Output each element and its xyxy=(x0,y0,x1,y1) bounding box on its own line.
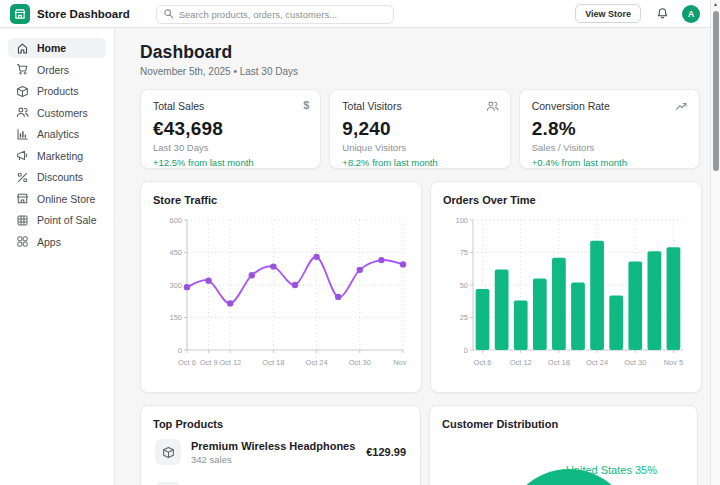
search-icon xyxy=(163,8,174,19)
svg-text:Oct 12: Oct 12 xyxy=(219,358,241,367)
stat-card-conversion-rate: Conversion Rate 2.8% Sales / Visitors +0… xyxy=(519,89,700,169)
sidebar-item-label: Marketing xyxy=(37,150,83,162)
stat-value: €43,698 xyxy=(153,118,308,140)
stat-value: 9,240 xyxy=(342,118,497,140)
cart-icon xyxy=(16,63,29,76)
bar-chart-icon xyxy=(16,128,29,141)
svg-text:Oct 18: Oct 18 xyxy=(548,358,570,367)
sidebar: Home Orders Products Customers Analytics… xyxy=(0,29,115,485)
orders-bar-chart: 0255075100Oct 6Oct 12Oct 18Oct 24Oct 30N… xyxy=(443,212,689,370)
sidebar-item-analytics[interactable]: Analytics xyxy=(8,124,106,144)
sidebar-item-label: Products xyxy=(37,85,78,97)
bell-icon xyxy=(656,7,669,20)
dollar-icon: $ xyxy=(303,99,309,111)
product-row[interactable]: Leather Backpack €89.99 xyxy=(153,473,408,485)
svg-text:Oct 24: Oct 24 xyxy=(586,358,608,367)
svg-text:Nov 5: Nov 5 xyxy=(664,358,684,367)
product-name: Premium Wireless Headphones xyxy=(191,440,355,453)
svg-text:600: 600 xyxy=(169,216,182,225)
sidebar-item-apps[interactable]: Apps xyxy=(8,232,106,252)
apps-grid-icon xyxy=(16,235,29,248)
svg-text:Oct 6: Oct 6 xyxy=(178,358,196,367)
sidebar-item-marketing[interactable]: Marketing xyxy=(8,146,106,166)
charts-row: Store Traffic 0150300450600Oct 6Oct 9Oct… xyxy=(140,181,700,393)
view-store-button[interactable]: View Store xyxy=(575,4,641,23)
users-icon xyxy=(16,106,29,119)
store-traffic-card: Store Traffic 0150300450600Oct 6Oct 9Oct… xyxy=(140,181,422,393)
stat-value: 2.8% xyxy=(532,118,687,140)
stat-label: Total Sales xyxy=(153,100,308,112)
megaphone-icon xyxy=(16,149,29,162)
svg-text:100: 100 xyxy=(455,216,468,225)
sidebar-item-label: Point of Sale xyxy=(37,214,97,226)
stat-delta: +12.5% from last month xyxy=(153,157,308,168)
chart-title: Store Traffic xyxy=(153,194,409,206)
stat-sub: Sales / Visitors xyxy=(532,142,687,153)
top-bar: Store Dashboard View Store A xyxy=(0,0,710,28)
users-icon xyxy=(486,99,499,117)
svg-text:Oct 6: Oct 6 xyxy=(474,358,492,367)
notifications-button[interactable] xyxy=(656,7,669,20)
svg-text:Oct 30: Oct 30 xyxy=(624,358,646,367)
stat-delta: +0.4% from last month xyxy=(532,157,687,168)
storefront-icon xyxy=(16,192,29,205)
product-price: €129.99 xyxy=(366,446,406,458)
svg-text:50: 50 xyxy=(460,281,468,290)
scroll-up-arrow-icon[interactable]: ▲ xyxy=(711,0,720,9)
grid-icon xyxy=(16,214,29,227)
app-logo[interactable] xyxy=(10,4,30,24)
top-products-card: Top Products Premium Wireless Headphones… xyxy=(140,405,421,485)
stats-row: Total Sales $ €43,698 Last 30 Days +12.5… xyxy=(140,89,700,169)
sidebar-item-point-of-sale[interactable]: Point of Sale xyxy=(8,210,106,230)
vertical-scrollbar[interactable]: ▲ xyxy=(710,0,720,485)
package-icon xyxy=(162,446,175,459)
sidebar-item-label: Discounts xyxy=(37,171,83,183)
trending-up-icon xyxy=(675,99,688,117)
search-input[interactable] xyxy=(156,5,394,24)
stat-card-total-sales: Total Sales $ €43,698 Last 30 Days +12.5… xyxy=(140,89,321,169)
avatar[interactable]: A xyxy=(682,5,700,23)
percent-icon xyxy=(16,171,29,184)
svg-text:150: 150 xyxy=(169,313,182,322)
home-icon xyxy=(16,42,29,55)
svg-text:Oct 30: Oct 30 xyxy=(349,358,371,367)
svg-text:450: 450 xyxy=(169,248,182,257)
svg-text:75: 75 xyxy=(460,248,468,257)
svg-text:25: 25 xyxy=(460,313,468,322)
scrollbar-thumb[interactable] xyxy=(713,11,719,171)
stat-label: Conversion Rate xyxy=(532,100,687,112)
sidebar-item-products[interactable]: Products xyxy=(8,81,106,101)
product-thumbnail xyxy=(155,439,181,465)
chart-title: Orders Over Time xyxy=(443,194,689,206)
product-sales: 342 sales xyxy=(191,454,355,465)
orders-over-time-card: Orders Over Time 0255075100Oct 6Oct 12Oc… xyxy=(430,181,702,393)
product-row[interactable]: Premium Wireless Headphones 342 sales €1… xyxy=(153,430,408,473)
stat-label: Total Visitors xyxy=(342,100,497,112)
sidebar-item-label: Home xyxy=(37,42,66,54)
svg-text:0: 0 xyxy=(464,346,468,355)
sidebar-item-orders[interactable]: Orders xyxy=(8,60,106,80)
sidebar-item-label: Customers xyxy=(37,107,88,119)
sidebar-item-online-store[interactable]: Online Store xyxy=(8,189,106,209)
page-subtitle: November 5th, 2025 • Last 30 Days xyxy=(140,66,700,77)
sidebar-item-home[interactable]: Home xyxy=(8,38,106,58)
storefront-icon xyxy=(14,8,26,20)
svg-text:Oct 12: Oct 12 xyxy=(510,358,532,367)
package-icon xyxy=(16,85,29,98)
stat-card-total-visitors: Total Visitors 9,240 Unique Visitors +8.… xyxy=(329,89,510,169)
page-title: Dashboard xyxy=(140,42,700,63)
sidebar-item-label: Online Store xyxy=(37,193,95,205)
svg-text:0: 0 xyxy=(178,346,182,355)
main-content: Dashboard November 5th, 2025 • Last 30 D… xyxy=(116,29,710,485)
svg-text:Oct 9: Oct 9 xyxy=(200,358,218,367)
sidebar-item-discounts[interactable]: Discounts xyxy=(8,167,106,187)
svg-text:300: 300 xyxy=(169,281,182,290)
stat-sub: Unique Visitors xyxy=(342,142,497,153)
sidebar-item-customers[interactable]: Customers xyxy=(8,103,106,123)
svg-text:Oct 24: Oct 24 xyxy=(306,358,328,367)
stat-delta: +8.2% from last month xyxy=(342,157,497,168)
svg-text:Nov 5: Nov 5 xyxy=(393,358,409,367)
store-traffic-line-chart: 0150300450600Oct 6Oct 9Oct 12Oct 18Oct 2… xyxy=(153,212,409,370)
sidebar-item-label: Orders xyxy=(37,64,69,76)
bottom-row: Top Products Premium Wireless Headphones… xyxy=(140,405,700,485)
